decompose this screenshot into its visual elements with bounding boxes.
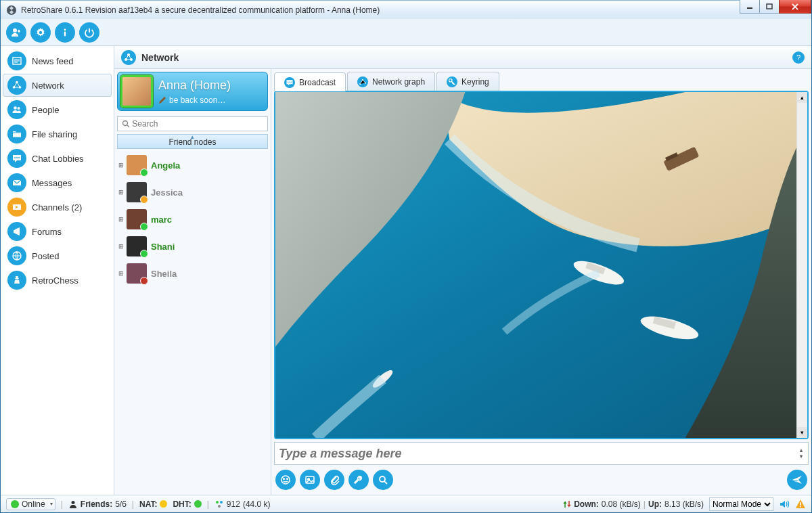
tab-broadcast[interactable]: Broadcast: [274, 72, 346, 91]
toolbar: [1, 19, 811, 46]
spinner[interactable]: ▲▼: [798, 448, 804, 460]
compose-toolbar: [274, 468, 809, 492]
svg-rect-49: [800, 506, 801, 508]
minimize-button[interactable]: [740, 0, 760, 14]
friend-name: marc: [151, 215, 172, 225]
svg-point-46: [220, 501, 223, 504]
profile-card[interactable]: Anna (Home) be back soon…: [117, 72, 268, 111]
app-window: RetroShare 0.6.1 Revision aaf13eb4 a sec…: [0, 0, 812, 513]
graph-icon: [357, 76, 368, 87]
tools-button[interactable]: [348, 470, 369, 490]
arrows-icon: [563, 500, 571, 508]
sound-icon[interactable]: [779, 499, 790, 510]
network-icon: [121, 50, 136, 65]
settings-button[interactable]: [30, 22, 51, 43]
scroll-up[interactable]: ▴: [797, 92, 807, 103]
svg-point-39: [284, 478, 285, 480]
tab-network-graph[interactable]: Network graph: [347, 72, 435, 91]
image-button[interactable]: [300, 470, 320, 490]
key-icon: [447, 76, 457, 87]
status-selector[interactable]: Online: [6, 498, 55, 510]
profile-status[interactable]: be back soon…: [158, 95, 265, 105]
status-dot-icon: [140, 196, 148, 204]
dht-dot-icon: [194, 500, 202, 508]
scrollbar[interactable]: ▴ ▾: [796, 92, 807, 438]
app-icon: [6, 5, 17, 16]
friend-name: Shani: [151, 242, 175, 252]
close-button[interactable]: [779, 0, 811, 14]
svg-point-24: [289, 81, 290, 83]
svg-point-11: [14, 106, 17, 110]
status-dot-icon: [140, 250, 148, 258]
chat-area: ▴ ▾: [274, 91, 809, 439]
peers-status: 912 (44.0 k): [215, 499, 271, 509]
info-button[interactable]: [55, 22, 75, 43]
sidebar-item-network[interactable]: Network: [3, 74, 112, 97]
svg-point-47: [218, 505, 221, 508]
people-icon: [7, 100, 26, 119]
svg-point-14: [16, 157, 18, 158]
add-friend-button[interactable]: [6, 22, 26, 43]
sidebar-item-forums[interactable]: Forums: [3, 220, 112, 243]
sidebar-item-file-sharing[interactable]: File sharing: [3, 122, 112, 146]
friend-row[interactable]: ⊞Sheila: [116, 260, 268, 287]
sidebar-item-chat-lobbies[interactable]: Chat Lobbies: [3, 147, 112, 170]
attach-button[interactable]: [324, 470, 344, 490]
network-icon: [7, 76, 26, 95]
svg-point-38: [281, 476, 290, 484]
expand-icon[interactable]: ⊞: [116, 270, 127, 277]
friend-name: Sheila: [151, 269, 177, 279]
sidebar: News feedNetworkPeopleFile sharingChat L…: [1, 46, 114, 495]
chat-icon: [7, 149, 26, 168]
send-button[interactable]: [787, 470, 807, 490]
sidebar-item-posted[interactable]: Posted: [3, 244, 112, 267]
friends-list: ⊞Angela⊞Jessica⊞marc⊞Shani⊞Sheila: [114, 149, 271, 495]
titlebar: RetroShare 0.6.1 Revision aaf13eb4 a sec…: [1, 0, 811, 19]
emoji-button[interactable]: [275, 470, 296, 490]
sidebar-item-retrochess[interactable]: RetroChess: [3, 269, 112, 292]
friend-row[interactable]: ⊞marc: [116, 206, 268, 233]
expand-icon[interactable]: ⊞: [116, 216, 127, 223]
bullhorn-icon: [7, 222, 26, 241]
svg-point-3: [13, 28, 17, 32]
sidebar-item-news-feed[interactable]: News feed: [3, 49, 112, 72]
dht-status: DHT:: [173, 499, 201, 509]
expand-icon[interactable]: ⊞: [116, 243, 127, 250]
avatar: [127, 236, 147, 256]
svg-rect-48: [800, 502, 801, 506]
globe-icon: [7, 246, 26, 265]
window-title: RetroShare 0.6.1 Revision aaf13eb4 a sec…: [21, 5, 809, 15]
friend-name: Jessica: [151, 187, 183, 198]
sidebar-item-channels-[interactable]: Channels (2): [3, 196, 112, 219]
svg-point-25: [291, 81, 292, 83]
mail-icon: [7, 173, 26, 192]
avatar: [120, 75, 153, 108]
help-button[interactable]: ?: [792, 51, 805, 64]
expand-icon[interactable]: ⊞: [116, 162, 127, 169]
avatar: [127, 263, 147, 284]
chat-image: [275, 92, 796, 438]
tab-keyring[interactable]: Keyring: [436, 72, 499, 91]
mode-select[interactable]: Normal Mode: [709, 497, 773, 511]
friends-header[interactable]: Friend nodes: [117, 134, 268, 149]
search-button[interactable]: [373, 470, 393, 490]
maximize-button[interactable]: [759, 0, 780, 14]
avatar: [127, 182, 147, 202]
warning-icon[interactable]: [795, 499, 806, 510]
compose-input[interactable]: ▲▼: [274, 442, 809, 465]
friend-row[interactable]: ⊞Jessica: [116, 179, 268, 206]
channels-icon: [7, 198, 26, 217]
window-buttons: [740, 0, 811, 14]
peers-icon: [215, 499, 224, 509]
sidebar-item-people[interactable]: People: [3, 98, 112, 121]
chat-icon: [284, 77, 295, 88]
scroll-down[interactable]: ▾: [797, 427, 807, 438]
friend-row[interactable]: ⊞Shani: [116, 233, 268, 260]
expand-icon[interactable]: ⊞: [116, 189, 127, 196]
sidebar-item-messages[interactable]: Messages: [3, 171, 112, 194]
friend-row[interactable]: ⊞Angela: [116, 152, 268, 179]
svg-point-4: [39, 30, 42, 33]
svg-rect-2: [767, 4, 772, 9]
svg-rect-6: [64, 31, 66, 36]
power-button[interactable]: [79, 22, 99, 43]
